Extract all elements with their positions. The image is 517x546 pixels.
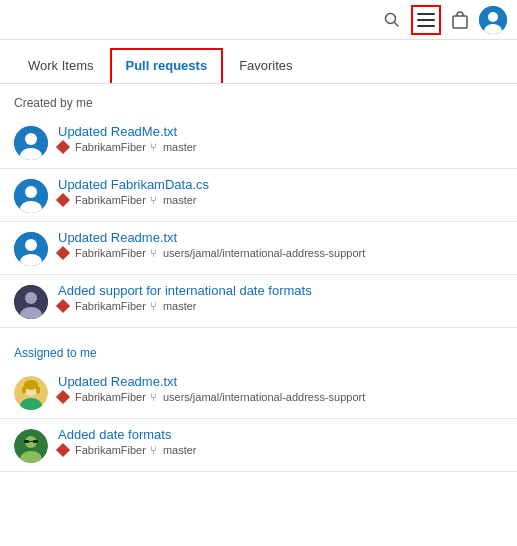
repo-name: FabrikamFiber <box>75 247 146 259</box>
list-item[interactable]: Added support for international date for… <box>0 275 517 328</box>
branch-icon: ⑂ <box>150 391 157 403</box>
branch-name: master <box>163 300 197 312</box>
list-view-button[interactable] <box>411 5 441 35</box>
svg-point-10 <box>25 133 37 145</box>
pr-info: Updated Readme.txt FabrikamFiber ⑂ users… <box>58 230 503 259</box>
branch-name: master <box>163 444 197 456</box>
list-item[interactable]: Updated FabrikamData.cs FabrikamFiber ⑂ … <box>0 169 517 222</box>
pr-title: Added support for international date for… <box>58 283 503 298</box>
header-icons <box>377 5 507 35</box>
bag-button[interactable] <box>445 5 475 35</box>
assigned-to-me-list: Updated Readme.txt FabrikamFiber ⑂ users… <box>0 366 517 472</box>
pr-meta: FabrikamFiber ⑂ master <box>58 300 503 312</box>
repo-name: FabrikamFiber <box>75 444 146 456</box>
tab-bar: Work Items Pull requests Favorites <box>0 40 517 84</box>
pr-meta: FabrikamFiber ⑂ master <box>58 141 503 153</box>
svg-point-26 <box>36 386 40 394</box>
branch-icon: ⑂ <box>150 444 157 456</box>
branch-icon: ⑂ <box>150 247 157 259</box>
svg-line-1 <box>395 22 399 26</box>
pr-meta: FabrikamFiber ⑂ master <box>58 194 503 206</box>
branch-name: master <box>163 141 197 153</box>
svg-point-16 <box>25 239 37 251</box>
repo-diamond-icon <box>56 193 70 207</box>
pr-meta: FabrikamFiber ⑂ users/jamal/internationa… <box>58 391 503 403</box>
user-avatar-header[interactable] <box>479 6 507 34</box>
svg-rect-3 <box>417 19 435 21</box>
svg-point-0 <box>386 13 396 23</box>
content-area: Created by me Updated ReadMe.txt Fabrika… <box>0 84 517 472</box>
repo-diamond-icon <box>56 140 70 154</box>
pr-info: Updated ReadMe.txt FabrikamFiber ⑂ maste… <box>58 124 503 153</box>
list-item[interactable]: Updated Readme.txt FabrikamFiber ⑂ users… <box>0 366 517 419</box>
tab-work-items[interactable]: Work Items <box>12 48 110 83</box>
pr-title: Updated ReadMe.txt <box>58 124 503 139</box>
section-label-assigned: Assigned to me <box>0 338 517 366</box>
pr-meta: FabrikamFiber ⑂ master <box>58 444 503 456</box>
svg-point-25 <box>22 386 26 394</box>
branch-name: users/jamal/international-address-suppor… <box>163 391 365 403</box>
repo-name: FabrikamFiber <box>75 141 146 153</box>
avatar <box>14 376 48 410</box>
list-item[interactable]: Updated Readme.txt FabrikamFiber ⑂ users… <box>0 222 517 275</box>
repo-diamond-icon <box>56 390 70 404</box>
svg-rect-2 <box>417 13 435 15</box>
branch-name: master <box>163 194 197 206</box>
svg-rect-31 <box>33 440 38 443</box>
pr-info: Added date formats FabrikamFiber ⑂ maste… <box>58 427 503 456</box>
svg-point-24 <box>24 380 38 390</box>
svg-point-13 <box>25 186 37 198</box>
branch-icon: ⑂ <box>150 300 157 312</box>
repo-name: FabrikamFiber <box>75 194 146 206</box>
svg-rect-4 <box>417 25 435 27</box>
avatar <box>14 126 48 160</box>
tab-pull-requests[interactable]: Pull requests <box>110 48 224 83</box>
created-by-me-list: Updated ReadMe.txt FabrikamFiber ⑂ maste… <box>0 116 517 328</box>
branch-icon: ⑂ <box>150 141 157 153</box>
avatar <box>14 285 48 319</box>
list-item[interactable]: Updated ReadMe.txt FabrikamFiber ⑂ maste… <box>0 116 517 169</box>
pr-title: Updated Readme.txt <box>58 230 503 245</box>
pr-title: Updated FabrikamData.cs <box>58 177 503 192</box>
tab-favorites[interactable]: Favorites <box>223 48 308 83</box>
search-button[interactable] <box>377 5 407 35</box>
pr-title: Added date formats <box>58 427 503 442</box>
repo-name: FabrikamFiber <box>75 391 146 403</box>
pr-info: Updated Readme.txt FabrikamFiber ⑂ users… <box>58 374 503 403</box>
avatar <box>14 179 48 213</box>
svg-point-19 <box>25 292 37 304</box>
repo-name: FabrikamFiber <box>75 300 146 312</box>
list-item[interactable]: Added date formats FabrikamFiber ⑂ maste… <box>0 419 517 472</box>
svg-point-7 <box>488 12 498 22</box>
branch-name: users/jamal/international-address-suppor… <box>163 247 365 259</box>
svg-rect-5 <box>453 16 467 28</box>
pr-meta: FabrikamFiber ⑂ users/jamal/internationa… <box>58 247 503 259</box>
repo-diamond-icon <box>56 299 70 313</box>
branch-icon: ⑂ <box>150 194 157 206</box>
svg-rect-30 <box>24 440 29 443</box>
pr-info: Added support for international date for… <box>58 283 503 312</box>
avatar <box>14 232 48 266</box>
section-label-created: Created by me <box>0 84 517 116</box>
pr-info: Updated FabrikamData.cs FabrikamFiber ⑂ … <box>58 177 503 206</box>
avatar <box>14 429 48 463</box>
header <box>0 0 517 40</box>
repo-diamond-icon <box>56 443 70 457</box>
pr-title: Updated Readme.txt <box>58 374 503 389</box>
repo-diamond-icon <box>56 246 70 260</box>
